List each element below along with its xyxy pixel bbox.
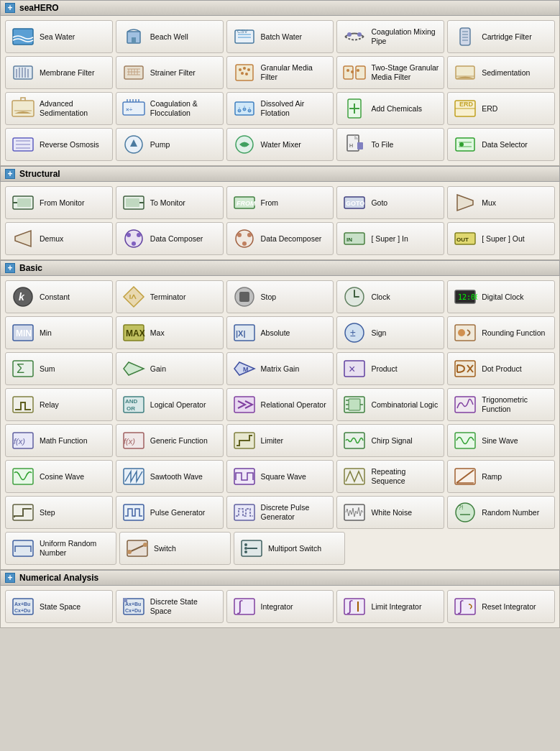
item-data-decomposer[interactable]: Data Decomposer <box>226 222 334 255</box>
item-stop[interactable]: Stop <box>226 280 334 313</box>
item-uniform-random-number[interactable]: Uniform Random Number <box>5 532 116 565</box>
item-data-selector[interactable]: Data Selector <box>447 128 555 161</box>
collapse-icon-seaHERO[interactable]: + <box>5 3 15 13</box>
item-advanced-sedimentation[interactable]: Advanced Sedimentation <box>5 92 113 125</box>
item-two-stage-granular-media-filter[interactable]: Two-Stage Granular Media Filter <box>336 56 444 89</box>
item-sum[interactable]: ΣSum <box>5 352 113 385</box>
item-discrete-pulse-generator[interactable]: Discrete Pulse Generator <box>226 496 334 529</box>
item-state-space[interactable]: Ax+BuCx+DuState Space <box>5 590 113 623</box>
item-ramp[interactable]: Ramp <box>447 460 555 493</box>
item-chirp-signal[interactable]: Chirp Signal <box>336 424 444 457</box>
item-generic-function[interactable]: f(x)Generic Function <box>116 424 224 457</box>
item-switch[interactable]: Switch <box>119 532 231 565</box>
item-relay[interactable]: Relay <box>5 388 113 421</box>
item-random-number[interactable]: ?!Random Number <box>447 496 555 529</box>
item-erd[interactable]: ERDERD <box>447 92 555 125</box>
digital-clock-icon: 12:00 <box>452 284 478 310</box>
svg-text:MAX: MAX <box>126 328 145 338</box>
label-sawtooth-wave: Sawtooth Wave <box>150 472 203 482</box>
item-granular-media-filter[interactable]: Granular Media Filter <box>226 56 334 89</box>
svg-text:ERD: ERD <box>459 101 474 108</box>
item-reset-integrator[interactable]: ∫Reset Integrator <box>447 590 555 623</box>
discrete-pulse-generator-icon <box>231 499 257 525</box>
label-dissolved-air-flotation: Dissolved Air Flotation <box>261 99 329 117</box>
item-relational-operator[interactable]: Relational Operator <box>226 388 334 421</box>
item-super-out[interactable]: OUT[ Super ] Out <box>447 222 555 255</box>
item-trigonometric-function[interactable]: Trigonometric Function <box>447 388 555 421</box>
item-integrator[interactable]: ∫Integrator <box>226 590 334 623</box>
item-mux[interactable]: Mux <box>447 186 555 219</box>
item-reverse-osmosis[interactable]: Reverse Osmosis <box>5 128 113 161</box>
item-limiter[interactable]: Limiter <box>226 424 334 457</box>
sedimentation-icon <box>452 60 478 86</box>
item-data-composer[interactable]: Data Composer <box>116 222 224 255</box>
item-absolute[interactable]: |X|Absolute <box>226 316 334 349</box>
item-limit-integrator[interactable]: ∫Limit Integrator <box>336 590 444 623</box>
item-sedimentation[interactable]: Sedimentation <box>447 56 555 89</box>
item-combinatorial-logic[interactable]: Combinatorial Logic <box>336 388 444 421</box>
item-goto[interactable]: GOTOGoto <box>336 186 444 219</box>
item-dot-product[interactable]: Dot Product <box>447 352 555 385</box>
item-strainer-filter[interactable]: Strainer Filter <box>116 56 224 89</box>
item-add-chemicals[interactable]: Add Chemicals <box>336 92 444 125</box>
item-multiport-switch[interactable]: Multiport Switch <box>234 532 345 565</box>
item-from-monitor[interactable]: From Monitor <box>5 186 113 219</box>
item-repeating-sequence[interactable]: Repeating Sequence <box>336 460 444 493</box>
item-sign[interactable]: ±Sign <box>336 316 444 349</box>
section-header-basic[interactable]: + Basic <box>0 260 560 276</box>
section-header-structural[interactable]: + Structural <box>0 166 560 182</box>
item-step[interactable]: Step <box>5 496 113 529</box>
item-dissolved-air-flotation[interactable]: Dissolved Air Flotation <box>226 92 334 125</box>
svg-point-50 <box>137 233 141 237</box>
white-noise-icon <box>341 499 367 525</box>
item-matrix-gain[interactable]: MMatrix Gain <box>226 352 334 385</box>
item-pulse-generator[interactable]: Pulse Generator <box>116 496 224 529</box>
item-sawtooth-wave[interactable]: Sawtooth Wave <box>116 460 224 493</box>
label-data-composer: Data Composer <box>150 234 203 244</box>
item-cartridge-filter[interactable]: Cartridge Filter <box>447 20 555 53</box>
item-max[interactable]: MAXMax <box>116 316 224 349</box>
item-to-monitor[interactable]: To Monitor <box>116 186 224 219</box>
add-chemicals-icon <box>341 96 367 121</box>
svg-rect-43 <box>126 198 139 207</box>
item-math-function[interactable]: f(x)Math Function <box>5 424 113 457</box>
collapse-icon-numerical-analysis[interactable]: + <box>5 573 15 583</box>
item-rounding-function[interactable]: Rounding Function <box>447 316 555 349</box>
item-logical-operator[interactable]: ANDORLogical Operator <box>116 388 224 421</box>
item-super-in[interactable]: IN[ Super ] In <box>336 222 444 255</box>
label-advanced-sedimentation: Advanced Sedimentation <box>40 99 108 117</box>
item-sine-wave[interactable]: Sine Wave <box>447 424 555 457</box>
svg-marker-62 <box>124 287 144 307</box>
item-clock[interactable]: Clock <box>336 280 444 313</box>
item-terminator[interactable]: Terminator <box>116 280 224 313</box>
item-constant[interactable]: kConstant <box>5 280 113 313</box>
demux-icon <box>10 226 36 252</box>
item-membrane-filter[interactable]: Membrane Filter <box>5 56 113 89</box>
item-coagulation-flocculation[interactable]: ×÷Coagulation & Flocculation <box>116 92 224 125</box>
label-limit-integrator: Limit Integrator <box>371 602 421 612</box>
svg-rect-101 <box>234 469 254 484</box>
item-coagulation-mixing-pipe[interactable]: Coagulation Mixing Pipe <box>336 20 444 53</box>
item-water-mixer[interactable]: Water Mixer <box>226 128 334 161</box>
item-square-wave[interactable]: Square Wave <box>226 460 334 493</box>
item-gain[interactable]: Gain <box>116 352 224 385</box>
item-sea-water[interactable]: Sea Water <box>5 20 113 53</box>
item-discrete-state-space[interactable]: Ax+BuCx+DuDiscrete State Space <box>116 590 224 623</box>
item-cosine-wave[interactable]: Cosine Wave <box>5 460 113 493</box>
item-white-noise[interactable]: White Noise <box>336 496 444 529</box>
item-batch-water[interactable]: CSVBatch Water <box>226 20 334 53</box>
label-pump: Pump <box>150 140 170 149</box>
item-beach-well[interactable]: Beach Well <box>116 20 224 53</box>
item-demux[interactable]: Demux <box>5 222 113 255</box>
item-digital-clock[interactable]: 12:00Digital Clock <box>447 280 555 313</box>
section-header-seaHERO[interactable]: + seaHERO <box>0 0 560 16</box>
item-min[interactable]: MINMin <box>5 316 113 349</box>
item-from[interactable]: FROMFrom <box>226 186 334 219</box>
item-to-file[interactable]: HTo File <box>336 128 444 161</box>
section-header-numerical-analysis[interactable]: + Numerical Analysis <box>0 570 560 586</box>
item-pump[interactable]: Pump <box>116 128 224 161</box>
collapse-icon-structural[interactable]: + <box>5 169 15 179</box>
svg-text:MIN: MIN <box>16 328 32 338</box>
item-product[interactable]: ×Product <box>336 352 444 385</box>
collapse-icon-basic[interactable]: + <box>5 263 15 273</box>
